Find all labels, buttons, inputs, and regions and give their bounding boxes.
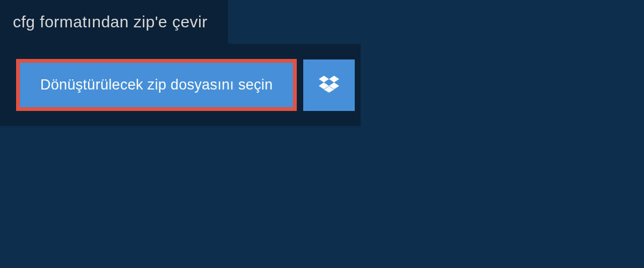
page-title: cfg formatından zip'e çevir	[13, 13, 208, 31]
dropbox-button[interactable]	[303, 59, 355, 111]
dropbox-icon	[319, 74, 339, 96]
select-file-button-label: Dönüştürülecek zip dosyasını seçin	[40, 77, 273, 93]
select-file-button[interactable]: Dönüştürülecek zip dosyasını seçin	[16, 59, 297, 111]
header-tab: cfg formatından zip'e çevir	[0, 0, 228, 44]
upload-panel: Dönüştürülecek zip dosyasını seçin	[0, 44, 361, 126]
